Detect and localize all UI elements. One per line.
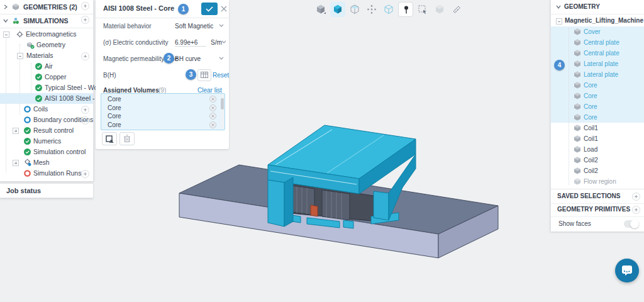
job-status-bar[interactable]: Job status — [0, 183, 93, 198]
volume-row[interactable]: Core — [102, 121, 219, 129]
add-material-button[interactable] — [81, 52, 89, 60]
show-faces-row: Show faces — [551, 217, 644, 231]
tree-item-electromagnetics[interactable]: Electromagnetics — [0, 29, 93, 40]
shaded-cube-view-icon[interactable] — [330, 2, 345, 17]
volume-row[interactable]: Core — [102, 104, 219, 112]
chat-support-button[interactable] — [615, 259, 639, 282]
ghost-cube-icon[interactable] — [432, 2, 447, 17]
assigned-volumes-list[interactable]: Core Core Core Core — [101, 93, 225, 130]
geometry-item-coil1[interactable]: Coil1 — [551, 123, 644, 133]
tree-item-materials[interactable]: Materials — [0, 50, 93, 61]
tree-item-numerics[interactable]: Numerics — [0, 136, 93, 147]
geometry-item-core[interactable]: Core — [551, 80, 644, 91]
chevron-down-icon[interactable] — [219, 24, 224, 27]
transparent-cube-view-icon[interactable] — [347, 2, 362, 17]
expand-expander[interactable] — [13, 128, 19, 134]
chevron-down-icon — [556, 5, 561, 9]
collapse-expander[interactable] — [556, 18, 562, 25]
tree-item-typical-steel[interactable]: Typical Steel - Work... — [0, 82, 93, 93]
geometry-item-lateral-plate[interactable]: Lateral plate — [551, 59, 644, 69]
saved-selections-header[interactable]: SAVED SELECTIONS — [551, 189, 644, 204]
geometry-item-load[interactable]: Load — [551, 144, 644, 155]
job-status-label: Job status — [6, 184, 41, 198]
probe-pin-icon[interactable] — [398, 2, 413, 17]
reset-link[interactable]: Reset — [213, 72, 229, 79]
assign-volume-button[interactable] — [102, 132, 117, 145]
geometry-item-core[interactable]: Core — [551, 112, 644, 123]
tree-item-geometry[interactable]: Geometry — [0, 40, 93, 50]
chevron-right-icon — [4, 4, 8, 9]
tree-item-mesh[interactable]: Mesh — [0, 157, 93, 168]
geometries-section[interactable]: GEOMETRIES (2) — [0, 0, 93, 14]
volume-row[interactable]: Core — [102, 95, 219, 103]
coil-plate-2 — [311, 205, 318, 216]
add-geometry-button[interactable] — [81, 2, 89, 10]
material-behavior-select[interactable]: Soft Magnetic — [175, 23, 213, 30]
geometry-root-item[interactable]: Magnetic_Lifting_Machine ... — [551, 15, 644, 26]
close-button[interactable] — [219, 3, 228, 15]
chevron-down-icon[interactable] — [219, 57, 224, 60]
list-scrollbar[interactable] — [221, 94, 224, 128]
geometry-primitives-header[interactable]: GEOMETRY PRIMITIVES — [551, 203, 644, 217]
remove-volume-button[interactable] — [209, 104, 216, 111]
remove-volume-button[interactable] — [209, 113, 216, 120]
add-simulation-button[interactable] — [81, 16, 89, 24]
geometry-item-coil2[interactable]: Coil2 — [551, 165, 644, 176]
add-run-button[interactable] — [81, 170, 89, 178]
geometry-section-header[interactable]: GEOMETRY — [551, 0, 644, 14]
conductivity-unit-select[interactable]: S/m — [211, 39, 222, 46]
delete-material-button[interactable] — [119, 132, 135, 145]
tree-item-air[interactable]: Air — [0, 61, 93, 72]
tree-item-coils[interactable]: Coils — [0, 104, 93, 115]
tree-item-boundary-conditions[interactable]: Boundary conditions — [0, 115, 93, 125]
box-select-icon[interactable] — [415, 2, 430, 17]
simulations-label: SIMULATIONS — [23, 14, 69, 28]
annotation-badge-2: 2 — [164, 53, 174, 64]
expand-expander[interactable] — [13, 160, 19, 166]
tree-item-simulation-control[interactable]: Simulation control — [0, 147, 93, 157]
geometry-item-central-plate[interactable]: Central plate — [551, 37, 644, 48]
geometry-item-core[interactable]: Core — [551, 101, 644, 112]
check-circle-icon — [24, 148, 31, 155]
tree-item-copper[interactable]: Copper — [0, 72, 93, 82]
simulations-section[interactable]: SIMULATIONS — [0, 14, 93, 28]
geometry-item-flow-region[interactable]: Flow region — [551, 176, 644, 187]
permeability-row: Magnetic permeability type BH curve — [96, 50, 229, 67]
tree-item-simulation-runs[interactable]: Simulation Runs — [0, 168, 93, 179]
conductivity-row: (σ) Electric conductivity 6.99e+6 S/m — [96, 34, 229, 50]
solid-cube-view-icon[interactable] — [313, 2, 328, 17]
geometry-item-central-plate[interactable]: Central plate — [551, 48, 644, 59]
tree-item-result-control[interactable]: Result control — [0, 125, 93, 136]
exploded-view-icon[interactable] — [364, 2, 379, 17]
conductivity-input[interactable]: 6.99e+6 — [175, 39, 206, 47]
bh-table-button[interactable] — [197, 69, 211, 81]
geometry-item-cover[interactable]: Cover — [551, 26, 644, 37]
geometry-item-coil1[interactable]: Coil1 — [551, 133, 644, 144]
measure-tool-icon[interactable] — [449, 2, 464, 17]
geometries-label: GEOMETRIES (2) — [23, 0, 77, 14]
remove-volume-button[interactable] — [209, 121, 216, 128]
geometry-item-coil2[interactable]: Coil2 — [551, 155, 644, 165]
chevron-down-icon[interactable] — [221, 40, 226, 43]
chat-bubble-icon — [621, 265, 633, 276]
wireframe-cube-view-icon[interactable] — [381, 2, 396, 17]
assign-volume-icon — [105, 135, 114, 143]
add-saved-selection-button[interactable] — [632, 193, 640, 201]
add-primitive-button[interactable] — [632, 206, 640, 214]
geometry-item-lateral-plate[interactable]: Lateral plate — [551, 69, 644, 80]
collapse-expander[interactable] — [3, 31, 9, 38]
add-boundary-button[interactable] — [81, 116, 89, 125]
show-faces-toggle[interactable] — [624, 220, 639, 228]
check-icon — [206, 6, 213, 12]
geometry-icon — [26, 42, 35, 49]
volume-row[interactable]: Core — [102, 112, 219, 120]
collapse-expander[interactable] — [17, 53, 23, 59]
check-circle-icon — [24, 127, 31, 134]
remove-volume-button[interactable] — [209, 96, 216, 103]
tree-item-aisi-steel-selected[interactable]: AISI 1008 Steel - Core — [0, 93, 93, 104]
add-coil-button[interactable] — [81, 106, 89, 114]
permeability-select[interactable]: BH curve — [175, 55, 201, 62]
panel-header: AISI 1008 Steel - Core — [96, 0, 229, 18]
geometry-item-core[interactable]: Core — [551, 91, 644, 101]
confirm-button[interactable] — [201, 3, 218, 15]
